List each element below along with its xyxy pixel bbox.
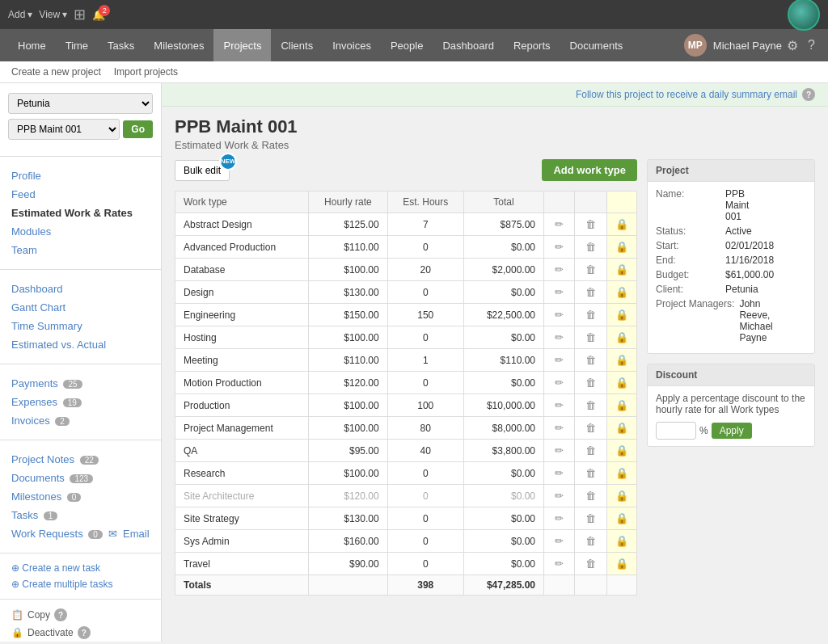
copy-utility[interactable]: 📋 Copy ? xyxy=(0,606,161,624)
edit-cell[interactable]: ✏ xyxy=(544,440,575,462)
nav-documents[interactable]: Documents xyxy=(560,29,633,61)
lock-cell[interactable]: 🔒 xyxy=(607,440,637,462)
row-delete-button[interactable]: 🗑 xyxy=(583,466,598,480)
grid-icon[interactable]: ⊞ xyxy=(74,6,86,23)
lock-cell[interactable]: 🔒 xyxy=(607,236,637,259)
sidebar-item-payments[interactable]: Payments 25 xyxy=(0,374,161,393)
sidebar-item-modules[interactable]: Modules xyxy=(0,222,161,241)
sidebar-item-estimated-actual[interactable]: Estimated vs. Actual xyxy=(0,335,161,354)
company-select[interactable]: Petunia xyxy=(8,93,153,114)
row-delete-button[interactable]: 🗑 xyxy=(583,263,598,276)
edit-button[interactable]: ✏ xyxy=(552,376,566,389)
row-delete-button[interactable]: 🗑 xyxy=(583,308,598,322)
sidebar-item-team[interactable]: Team xyxy=(0,241,161,259)
delete-cell[interactable]: 🗑 xyxy=(575,440,607,462)
edit-button[interactable]: ✏ xyxy=(552,466,566,480)
delete-cell[interactable]: 🗑 xyxy=(575,304,607,326)
row-delete-button[interactable]: 🗑 xyxy=(583,511,598,525)
edit-button[interactable]: ✏ xyxy=(552,240,566,254)
delete-cell[interactable]: 🗑 xyxy=(575,530,607,553)
edit-button[interactable]: ✏ xyxy=(552,398,566,412)
row-delete-button[interactable]: 🗑 xyxy=(583,421,598,435)
row-delete-button[interactable]: 🗑 xyxy=(583,489,598,503)
edit-cell[interactable]: ✏ xyxy=(544,213,575,236)
sidebar-item-gantt[interactable]: Gantt Chart xyxy=(0,298,161,317)
edit-button[interactable]: ✏ xyxy=(552,353,566,367)
lock-cell[interactable]: 🔒 xyxy=(607,349,637,372)
create-project-link[interactable]: Create a new project xyxy=(11,66,101,78)
row-delete-button[interactable]: 🗑 xyxy=(583,557,598,570)
edit-button[interactable]: ✏ xyxy=(552,330,566,344)
lock-cell[interactable]: 🔒 xyxy=(607,281,637,304)
edit-button[interactable]: ✏ xyxy=(552,421,566,435)
import-projects-link[interactable]: Import projects xyxy=(114,66,178,78)
create-task-action[interactable]: ⊕ Create a new task xyxy=(0,560,161,576)
edit-cell[interactable]: ✏ xyxy=(544,462,575,485)
nav-reports[interactable]: Reports xyxy=(504,29,560,61)
lock-cell[interactable]: 🔒 xyxy=(607,417,637,440)
delete-cell[interactable]: 🗑 xyxy=(575,462,607,485)
edit-button[interactable]: ✏ xyxy=(552,557,566,570)
notification-bell[interactable]: 🔔 2 xyxy=(92,9,105,21)
edit-button[interactable]: ✏ xyxy=(552,308,566,322)
nav-time[interactable]: Time xyxy=(56,29,98,61)
delete-cell[interactable]: 🗑 xyxy=(575,326,607,349)
lock-cell[interactable]: 🔒 xyxy=(607,372,637,394)
edit-button[interactable]: ✏ xyxy=(552,511,566,525)
lock-cell[interactable]: 🔒 xyxy=(607,326,637,349)
sidebar-item-invoices[interactable]: Invoices 2 xyxy=(0,411,161,430)
go-button[interactable]: Go xyxy=(123,120,153,138)
nav-tasks[interactable]: Tasks xyxy=(98,29,144,61)
row-delete-button[interactable]: 🗑 xyxy=(583,376,598,389)
edit-button[interactable]: ✏ xyxy=(552,285,566,299)
edit-cell[interactable]: ✏ xyxy=(544,326,575,349)
lock-cell[interactable]: 🔒 xyxy=(607,462,637,485)
lock-cell[interactable]: 🔒 xyxy=(607,530,637,553)
lock-cell[interactable]: 🔒 xyxy=(607,304,637,326)
row-delete-button[interactable]: 🗑 xyxy=(583,240,598,254)
sidebar-item-timesummary[interactable]: Time Summary xyxy=(0,317,161,335)
settings-button[interactable]: ⚙ xyxy=(782,38,803,53)
edit-cell[interactable]: ✏ xyxy=(544,281,575,304)
bulk-edit-button[interactable]: Bulk edit NEW xyxy=(175,160,230,181)
row-delete-button[interactable]: 🗑 xyxy=(583,444,598,457)
edit-button[interactable]: ✏ xyxy=(552,489,566,503)
sidebar-item-documents[interactable]: Documents 123 xyxy=(0,469,161,487)
edit-cell[interactable]: ✏ xyxy=(544,304,575,326)
sidebar-item-projectnotes[interactable]: Project Notes 22 xyxy=(0,450,161,469)
row-delete-button[interactable]: 🗑 xyxy=(583,534,598,548)
nav-people[interactable]: People xyxy=(381,29,433,61)
discount-input[interactable] xyxy=(656,422,696,440)
edit-cell[interactable]: ✏ xyxy=(544,530,575,553)
edit-cell[interactable]: ✏ xyxy=(544,349,575,372)
edit-cell[interactable]: ✏ xyxy=(544,417,575,440)
add-button[interactable]: Add ▾ xyxy=(8,9,32,20)
nav-dashboard[interactable]: Dashboard xyxy=(433,29,504,61)
lock-cell[interactable]: 🔒 xyxy=(607,485,637,507)
lock-cell[interactable]: 🔒 xyxy=(607,507,637,530)
delete-cell[interactable]: 🗑 xyxy=(575,417,607,440)
lock-cell[interactable]: 🔒 xyxy=(607,259,637,281)
sidebar-item-profile[interactable]: Profile xyxy=(0,166,161,185)
row-delete-button[interactable]: 🗑 xyxy=(583,353,598,367)
view-button[interactable]: View ▾ xyxy=(39,9,67,20)
lock-cell[interactable]: 🔒 xyxy=(607,553,637,575)
sidebar-item-milestones[interactable]: Milestones 0 xyxy=(0,487,161,506)
sidebar-item-tasks[interactable]: Tasks 1 xyxy=(0,506,161,524)
delete-cell[interactable]: 🗑 xyxy=(575,553,607,575)
deactivate-utility[interactable]: 🔒 Deactivate ? xyxy=(0,624,161,642)
nav-clients[interactable]: Clients xyxy=(271,29,323,61)
lock-cell[interactable]: 🔒 xyxy=(607,394,637,417)
edit-cell[interactable]: ✏ xyxy=(544,372,575,394)
nav-milestones[interactable]: Milestones xyxy=(144,29,213,61)
edit-cell[interactable]: ✏ xyxy=(544,485,575,507)
delete-cell[interactable]: 🗑 xyxy=(575,281,607,304)
edit-button[interactable]: ✏ xyxy=(552,534,566,548)
delete-cell[interactable]: 🗑 xyxy=(575,349,607,372)
row-delete-button[interactable]: 🗑 xyxy=(583,330,598,344)
delete-cell[interactable]: 🗑 xyxy=(575,213,607,236)
nav-home[interactable]: Home xyxy=(8,29,56,61)
delete-cell[interactable]: 🗑 xyxy=(575,485,607,507)
sidebar-item-dashboard[interactable]: Dashboard xyxy=(0,280,161,298)
row-delete-button[interactable]: 🗑 xyxy=(583,398,598,412)
